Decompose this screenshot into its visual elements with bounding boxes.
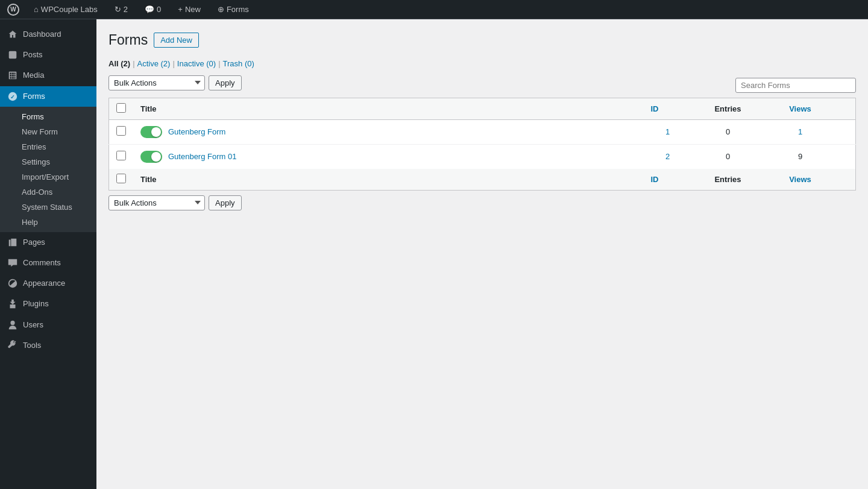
row2-id-cell: 2 — [644, 144, 692, 169]
row2-views-value: 9 — [798, 152, 802, 161]
home-icon: ⌂ — [34, 5, 39, 14]
sidebar-item-appearance[interactable]: Appearance — [0, 273, 96, 294]
footer-id-header[interactable]: ID — [644, 169, 692, 191]
footer-extra-col — [837, 169, 856, 191]
row1-checkbox-cell — [109, 119, 134, 144]
row2-form-link[interactable]: Gutenberg Form 01 — [168, 152, 236, 161]
bulk-actions-top-bar: Bulk Actions Apply — [108, 75, 242, 90]
search-box-area — [735, 78, 856, 93]
filter-active[interactable]: Active (2) — [137, 59, 171, 68]
submenu-new-form[interactable]: New Form — [0, 124, 96, 139]
page-title-area: Forms Add New — [108, 31, 856, 49]
dashboard-icon — [7, 29, 18, 40]
sidebar-item-tools-label: Tools — [23, 340, 41, 351]
sidebar-item-tools[interactable]: Tools — [0, 335, 96, 356]
select-all-checkbox[interactable] — [116, 103, 126, 113]
row1-entries-cell: 0 — [692, 119, 764, 144]
submenu-forms[interactable]: Forms — [0, 109, 96, 124]
row1-form-link[interactable]: Gutenberg Form — [168, 127, 225, 136]
views-column-header[interactable]: Views — [764, 98, 837, 119]
id-column-header[interactable]: ID — [644, 98, 692, 119]
add-new-button[interactable]: Add New — [154, 33, 199, 48]
row1-checkbox[interactable] — [116, 126, 126, 136]
row1-views-link[interactable]: 1 — [798, 127, 802, 136]
submenu-import-export[interactable]: Import/Export — [0, 169, 96, 185]
row2-toggle[interactable] — [140, 151, 162, 163]
table-row: Gutenberg Form 1 0 1 — [109, 119, 856, 144]
table-row: Gutenberg Form 01 2 0 9 — [109, 144, 856, 169]
forms-table: Title ID Entries Views — [108, 98, 856, 191]
media-icon — [7, 70, 18, 81]
adminbar-updates[interactable]: ↻ 2 — [111, 4, 131, 15]
sidebar-item-forms[interactable]: ✓ Forms — [0, 86, 96, 107]
updates-icon: ↻ — [115, 5, 121, 14]
sidebar-item-forms-label: Forms — [23, 91, 45, 102]
adminbar-comments[interactable]: 💬 0 — [141, 4, 165, 15]
main-content: Forms Add New All (2) | Active (2) | Ina… — [96, 19, 868, 489]
users-icon — [7, 320, 18, 330]
sidebar-item-posts[interactable]: Posts — [0, 45, 96, 65]
wp-logo[interactable]: W — [6, 2, 20, 17]
row2-id-link[interactable]: 2 — [665, 152, 670, 161]
row2-checkbox[interactable] — [116, 151, 126, 160]
row2-entries-cell: 0 — [692, 144, 764, 169]
plus-icon: + — [178, 5, 183, 14]
filter-links: All (2) | Active (2) | Inactive (0) | Tr… — [108, 59, 856, 68]
row1-actions-cell — [837, 119, 856, 144]
apply-top-button[interactable]: Apply — [209, 75, 242, 90]
table-footer-row: Title ID Entries Views — [109, 169, 856, 191]
bulk-actions-top-select[interactable]: Bulk Actions — [108, 75, 205, 90]
sidebar: Dashboard Posts Media ✓ Forms — [0, 19, 96, 489]
row1-toggle[interactable] — [140, 126, 162, 138]
sidebar-item-users-label: Users — [23, 320, 43, 330]
sidebar-item-appearance-label: Appearance — [23, 278, 65, 289]
submenu-add-ons[interactable]: Add-Ons — [0, 185, 96, 200]
extra-col-header — [837, 98, 856, 119]
filter-trash[interactable]: Trash (0) — [223, 59, 254, 68]
comments-icon: 💬 — [145, 5, 154, 14]
footer-entries-header: Entries — [692, 169, 764, 191]
search-forms-input[interactable] — [735, 78, 856, 93]
table-header-row: Title ID Entries Views — [109, 98, 856, 119]
page-title: Forms — [108, 31, 148, 49]
tablenav-bottom: Bulk Actions Apply — [108, 195, 856, 210]
submenu-settings[interactable]: Settings — [0, 154, 96, 169]
apply-bottom-button[interactable]: Apply — [209, 195, 242, 210]
row1-title-cell: Gutenberg Form — [133, 119, 644, 144]
filter-all[interactable]: All (2) — [108, 59, 130, 68]
posts-icon — [7, 49, 18, 60]
plugins-icon — [7, 298, 18, 309]
sidebar-item-plugins[interactable]: Plugins — [0, 294, 96, 314]
select-all-header — [109, 98, 134, 119]
title-column-header: Title — [133, 98, 644, 119]
submenu-help[interactable]: Help — [0, 215, 96, 230]
adminbar-new[interactable]: + New — [174, 4, 204, 15]
forms-icon: ✓ — [7, 91, 18, 102]
footer-views-header[interactable]: Views — [764, 169, 837, 191]
sidebar-item-comments[interactable]: Comments — [0, 253, 96, 273]
sidebar-item-pages[interactable]: Pages — [0, 232, 96, 253]
entries-column-header: Entries — [692, 98, 764, 119]
adminbar-plugin[interactable]: ⊕ Forms — [214, 4, 253, 15]
footer-select-all-checkbox[interactable] — [116, 174, 126, 183]
plugin-icon: ⊕ — [218, 5, 224, 14]
row1-views-cell: 1 — [764, 119, 837, 144]
bulk-actions-bottom-select[interactable]: Bulk Actions — [108, 195, 205, 210]
row2-checkbox-cell — [109, 144, 134, 169]
sidebar-item-users[interactable]: Users — [0, 315, 96, 335]
filter-inactive[interactable]: Inactive (0) — [177, 59, 216, 68]
forms-submenu: Forms New Form Entries Settings Import/E… — [0, 107, 96, 232]
appearance-icon — [7, 278, 18, 289]
svg-text:✓: ✓ — [10, 93, 15, 99]
submenu-entries[interactable]: Entries — [0, 139, 96, 154]
submenu-system-status[interactable]: System Status — [0, 200, 96, 215]
sidebar-item-media-label: Media — [23, 70, 44, 81]
sidebar-item-media[interactable]: Media — [0, 65, 96, 86]
sidebar-item-plugins-label: Plugins — [23, 298, 49, 309]
admin-bar: W ⌂ WPCouple Labs ↻ 2 💬 0 + New ⊕ Forms — [0, 0, 868, 19]
row1-id-link[interactable]: 1 — [665, 127, 670, 136]
adminbar-site-name[interactable]: ⌂ WPCouple Labs — [30, 4, 101, 15]
row2-actions-cell — [837, 144, 856, 169]
sidebar-item-pages-label: Pages — [23, 237, 45, 248]
sidebar-item-dashboard[interactable]: Dashboard — [0, 24, 96, 45]
